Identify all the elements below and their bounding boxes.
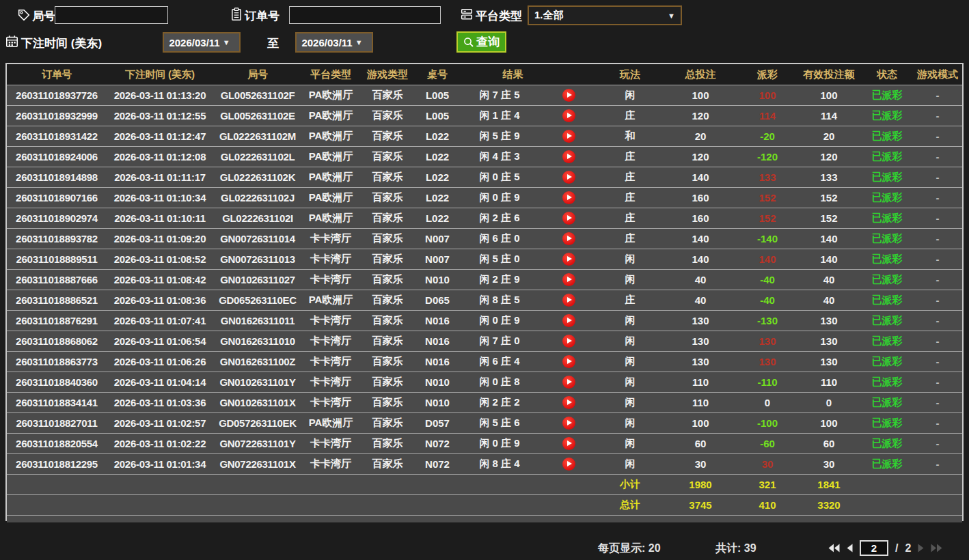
table-row: 260311018932999 2026-03-11 01:12:55 GL00… — [7, 105, 962, 126]
replay-play-icon[interactable] — [562, 294, 575, 307]
play-type: 闲 — [597, 314, 663, 327]
replay-play-icon[interactable] — [562, 273, 575, 286]
last-page-button[interactable] — [931, 544, 942, 552]
order-input[interactable] — [289, 6, 441, 24]
date-to-select[interactable]: 2026/03/11 ▼ — [295, 32, 373, 53]
replay-play-icon[interactable] — [562, 191, 575, 204]
game-result: 闲 5 庄 9 — [459, 130, 540, 143]
replay-play-icon[interactable] — [562, 232, 575, 245]
date-to-value: 2026/03/11 — [300, 37, 355, 48]
replay-play-icon[interactable] — [562, 150, 575, 163]
round-number: GL0052631102E — [213, 110, 302, 122]
header-play: 玩法 — [597, 68, 663, 81]
bet-time: 2026-03-11 01:10:11 — [107, 212, 213, 224]
bet-time: 2026-03-11 01:11:17 — [107, 171, 213, 183]
platform-type: PA欧洲厅 — [302, 171, 359, 184]
platform-type: PA欧洲厅 — [302, 89, 359, 102]
order-number: 260311018876291 — [7, 315, 107, 326]
play-type: 庄 — [597, 191, 663, 204]
payout-amount: 152 — [738, 192, 797, 204]
total-row-value: 总计 — [597, 499, 663, 512]
replay-play-icon[interactable] — [562, 130, 575, 143]
game-mode: - — [913, 89, 962, 101]
replay-cell — [540, 130, 597, 143]
replay-play-icon[interactable] — [562, 355, 575, 368]
table-row: 260311018924006 2026-03-11 01:12:08 GL02… — [7, 146, 962, 167]
game-type: 百家乐 — [359, 437, 415, 450]
search-button[interactable]: 查询 — [456, 31, 506, 53]
replay-cell — [540, 150, 597, 164]
chevron-down-icon: ▼ — [223, 38, 236, 46]
platform-type: 卡卡湾厅 — [302, 376, 359, 389]
game-type: 百家乐 — [359, 171, 415, 184]
replay-play-icon[interactable] — [562, 376, 575, 389]
replay-play-icon[interactable] — [562, 109, 575, 122]
game-type: 百家乐 — [359, 150, 415, 163]
replay-play-icon[interactable] — [562, 89, 575, 102]
table-number: L022 — [415, 130, 459, 142]
date-from-select[interactable]: 2026/03/11 ▼ — [163, 32, 241, 53]
page-input[interactable] — [860, 540, 888, 556]
round-number: GD065263110EC — [213, 294, 302, 306]
date-range-to-label: 至 — [267, 36, 279, 51]
replay-play-icon[interactable] — [562, 458, 575, 471]
game-type: 百家乐 — [359, 89, 415, 102]
round-input[interactable] — [55, 6, 168, 24]
order-number: 260311018827011 — [7, 417, 107, 429]
total-bet: 100 — [663, 89, 738, 101]
replay-play-icon[interactable] — [562, 314, 575, 327]
replay-cell — [540, 212, 597, 225]
game-mode: - — [913, 274, 962, 285]
header-result: 结果 — [459, 68, 597, 81]
game-result: 闲 4 庄 3 — [459, 150, 540, 163]
bet-time: 2026-03-11 01:06:54 — [107, 335, 213, 347]
replay-play-icon[interactable] — [562, 335, 575, 348]
game-type: 百家乐 — [359, 191, 415, 204]
round-number: GN0102631101Y — [213, 376, 302, 388]
replay-play-icon[interactable] — [562, 396, 575, 409]
bet-time: 2026-03-11 01:12:55 — [107, 110, 213, 122]
calendar-icon — [5, 35, 18, 47]
prev-page-button[interactable] — [847, 544, 853, 552]
total-bet: 160 — [663, 192, 738, 204]
game-result: 闲 6 庄 4 — [459, 355, 540, 368]
table-row: 260311018931422 2026-03-11 01:12:47 GL02… — [7, 126, 962, 146]
table-number: L005 — [415, 110, 459, 122]
platform-select[interactable]: 1.全部 ▼ — [528, 5, 682, 25]
table-number: D057 — [415, 417, 459, 429]
payout-amount: -100 — [738, 417, 797, 429]
order-number: 260311018914898 — [7, 171, 107, 183]
game-mode: - — [913, 294, 962, 306]
game-mode: - — [913, 438, 962, 449]
game-mode: - — [913, 335, 962, 347]
platform-type: 卡卡湾厅 — [302, 437, 359, 450]
header-status: 状态 — [861, 68, 913, 81]
replay-play-icon[interactable] — [562, 212, 575, 225]
replay-play-icon[interactable] — [562, 417, 575, 430]
replay-play-icon[interactable] — [562, 171, 575, 184]
valid-bet: 140 — [797, 253, 861, 265]
replay-play-icon[interactable] — [562, 437, 575, 450]
game-result: 闲 2 庄 2 — [459, 396, 540, 409]
bet-time: 2026-03-11 01:12:47 — [107, 130, 213, 142]
table-row: 260311018889511 2026-03-11 01:08:52 GN00… — [7, 249, 962, 269]
order-number: 260311018820554 — [7, 438, 107, 449]
total-bet: 120 — [663, 110, 738, 122]
platform-type: 卡卡湾厅 — [302, 335, 359, 348]
next-page-button[interactable] — [918, 544, 924, 552]
payout-amount: 100 — [738, 89, 797, 101]
header-round: 局号 — [213, 68, 302, 81]
round-number: GN0162631100Z — [213, 356, 302, 367]
bet-time: 2026-03-11 01:08:36 — [107, 294, 213, 306]
header-bet-time: 下注时间 (美东) — [107, 68, 213, 81]
order-number: 260311018887666 — [7, 274, 107, 285]
game-mode: - — [913, 315, 962, 326]
filter-bar: 局号 订单号 平台类型 1.全部 ▼ 下注时间 (美东) 2026/03/11 … — [0, 0, 969, 63]
play-type: 庄 — [597, 232, 663, 245]
replay-play-icon[interactable] — [562, 253, 575, 266]
game-result: 闲 2 庄 6 — [459, 212, 540, 225]
game-mode: - — [913, 110, 962, 122]
replay-cell — [540, 376, 597, 389]
first-page-button[interactable] — [828, 544, 840, 552]
status-label: 已派彩 — [861, 191, 913, 204]
